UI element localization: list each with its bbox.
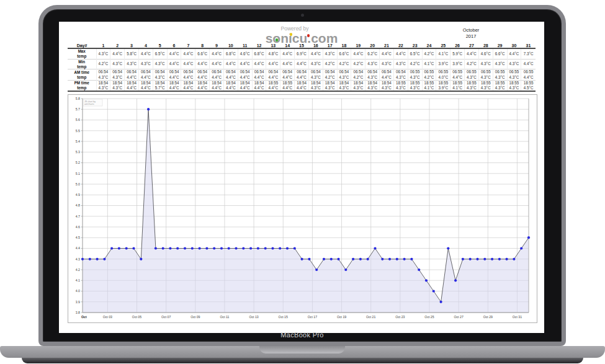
temperature-table: Day#123456789101112131415161718192021222… [68, 43, 536, 92]
table-cell: 4.4°C [465, 48, 479, 59]
day-number: 4 [138, 43, 153, 48]
table-cell: 06:544.3°C [365, 69, 380, 80]
laptop-base-edge [22, 358, 583, 363]
day-number: 7 [181, 43, 195, 48]
day-number: 26 [450, 43, 465, 48]
screen: Powered by sonicu.com October 2017 Day#1… [59, 22, 544, 333]
table-cell: 06:544.4°C [266, 69, 280, 80]
amcharts-watermark: JS chart byamCharts [83, 99, 102, 106]
table-cell: 18:554.5°C [521, 80, 536, 91]
table-cell: 5.8°C [125, 48, 139, 59]
svg-text:5.5: 5.5 [76, 129, 80, 133]
table-cell: 4.4°C [308, 48, 323, 59]
temperature-area-chart: 5.85.75.65.55.45.35.25.15.04.94.84.74.64… [68, 94, 537, 323]
table-cell: 4.3°C [478, 59, 493, 69]
table-cell: 4.1°C [436, 48, 450, 59]
svg-text:Oct: Oct [81, 315, 87, 319]
table-cell: 18:544.4°C [125, 80, 139, 91]
day-number: 1 [96, 43, 110, 48]
svg-text:Oct 25: Oct 25 [424, 315, 434, 319]
table-cell: 4.4°C [181, 48, 195, 59]
table-cell: 4.2°C [422, 48, 436, 59]
table-cell: 4.2°C [337, 59, 351, 69]
table-cell: 4.2°C [96, 59, 110, 69]
table-cell: 6.8°C [223, 48, 238, 59]
report-year: 2017 [456, 33, 486, 40]
table-cell: 18:544.3°C [308, 80, 323, 91]
svg-text:Oct 13: Oct 13 [249, 315, 258, 319]
table-cell: 18:544.3°C [337, 80, 351, 91]
table-cell: 18:544.4°C [252, 80, 266, 91]
table-cell: 4.4°C [167, 48, 181, 59]
svg-text:Oct 07: Oct 07 [161, 315, 171, 319]
table-cell: 6.5°C [408, 48, 422, 59]
svg-text:Oct 05: Oct 05 [132, 315, 141, 319]
table-cell: 4.4°C [110, 48, 125, 59]
svg-text:Oct 11: Oct 11 [220, 315, 230, 319]
svg-text:4.2: 4.2 [76, 268, 80, 272]
svg-text:5.6: 5.6 [76, 118, 80, 122]
table-cell: 4.3°C [110, 59, 125, 69]
table-cell: 06:544.3°C [96, 69, 110, 80]
table-cell: 18:544.4°C [167, 80, 181, 91]
svg-text:Oct 21: Oct 21 [366, 315, 375, 319]
day-number: 8 [195, 43, 210, 48]
svg-text:Oct 19: Oct 19 [337, 315, 346, 319]
svg-text:4.1: 4.1 [76, 278, 80, 282]
table-cell: 4.4°C [507, 48, 521, 59]
day-number: 6 [167, 43, 181, 48]
table-cell: 18:544.3°C [96, 80, 110, 91]
table-cell: 06:544.4°C [138, 69, 153, 80]
laptop-lid: Powered by sonicu.com October 2017 Day#1… [38, 5, 566, 346]
table-cell: 4.2°C [323, 59, 337, 69]
logo-red-dot-icon [307, 34, 310, 37]
table-cell: 18:544.3°C [351, 80, 365, 91]
svg-text:Oct 29: Oct 29 [483, 315, 493, 319]
table-row-min-temp: Mintemp4.2°C4.3°C4.3°C4.3°C4.3°C4.4°C4.4… [68, 59, 536, 69]
day-number: 27 [465, 43, 479, 48]
table-cell: 06:544.4°C [280, 69, 295, 80]
table-cell: 4.3°C [380, 59, 394, 69]
macbook-mockup: Powered by sonicu.com October 2017 Day#1… [0, 0, 605, 364]
report-month: October [456, 27, 486, 33]
day-corner-label: Day# [68, 43, 96, 48]
sonicu-logo: Powered by sonicu.com [258, 25, 345, 45]
day-number: 22 [393, 43, 408, 48]
table-cell: 06:544.4°C [125, 69, 139, 80]
table-cell: 4.3°C [365, 59, 380, 69]
table-cell: 4.4°C [195, 59, 210, 69]
table-cell: 4.3°C [323, 48, 337, 59]
table-cell: 18:554.1°C [450, 80, 465, 91]
table-cell: 6.9°C [295, 48, 309, 59]
table-cell: 4.4°C [280, 59, 295, 69]
report-header: Powered by sonicu.com October 2017 [59, 22, 544, 43]
table-cell: 4.3°C [493, 59, 507, 69]
svg-text:Oct 31: Oct 31 [513, 315, 522, 319]
day-number: 23 [408, 43, 422, 48]
day-number: 25 [436, 43, 450, 48]
svg-text:Oct 15: Oct 15 [279, 315, 288, 319]
table-cell: 18:544.4°C [238, 80, 252, 91]
svg-text:Oct 03: Oct 03 [103, 315, 112, 319]
table-cell: 06:544.4°C [380, 69, 394, 80]
day-number: 29 [493, 43, 507, 48]
table-cell: 4.1°C [422, 59, 436, 69]
table-cell: 18:553.9°C [436, 80, 450, 91]
svg-text:4.9: 4.9 [76, 193, 80, 197]
table-cell: 06:544.3°C [393, 69, 408, 80]
table-cell: 18:554.3°C [478, 80, 493, 91]
table-row-max-temp: Maxtemp4.3°C4.4°C5.8°C4.4°C6.5°C4.4°C4.4… [68, 48, 536, 59]
table-cell: 4.4°C [167, 59, 181, 69]
table-cell: 18:554.1°C [422, 80, 436, 91]
table-cell: 18:554.4°C [280, 80, 295, 91]
row-label: Mintemp [68, 59, 96, 69]
row-label: AM timetemp [68, 69, 96, 80]
logo-green-dot-icon [276, 38, 279, 42]
table-cell: 4.4°C [138, 48, 153, 59]
table-cell: 6.8°C [252, 48, 266, 59]
day-number: 5 [153, 43, 167, 48]
table-cell: 06:544.4°C [223, 69, 238, 80]
day-number: 24 [422, 43, 436, 48]
row-label: PM timetemp [68, 80, 96, 91]
svg-text:4.7: 4.7 [76, 215, 80, 218]
